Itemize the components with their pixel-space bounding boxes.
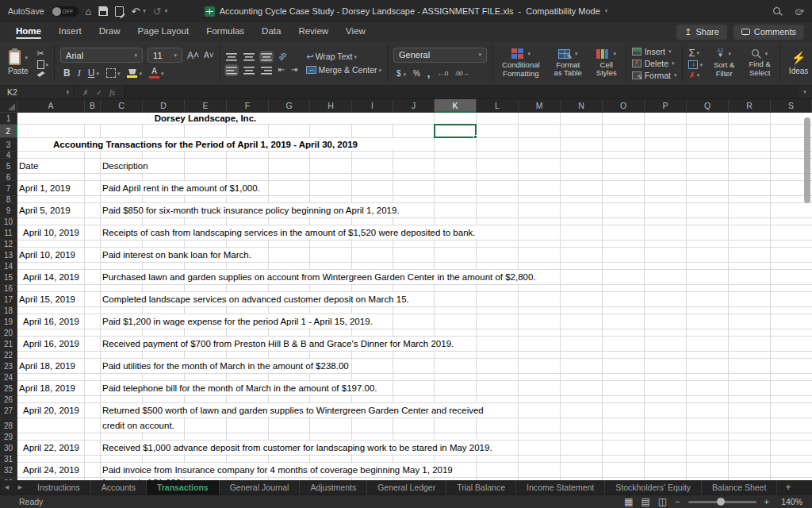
ribbon-tab-home[interactable]: Home xyxy=(8,24,49,40)
description-cell-C9[interactable]: Paid $850 for six-month truck insurance … xyxy=(101,203,402,217)
zoom-slider[interactable] xyxy=(688,501,756,503)
row-cells-24[interactable] xyxy=(17,374,812,381)
row-header-13[interactable]: 13 xyxy=(0,248,17,263)
date-cell-A32[interactable]: April 24, 2019 xyxy=(17,463,85,476)
column-header-B[interactable]: B xyxy=(85,99,101,113)
wrap-text-button[interactable]: ↩ Wrap Text ▾ xyxy=(306,52,381,61)
sheet-tab-accounts[interactable]: Accounts xyxy=(91,480,147,495)
date-cell-A19[interactable]: April 16, 2019 xyxy=(17,314,85,328)
row-cells-19[interactable]: April 16, 2019Paid $1,200 in wage expens… xyxy=(17,314,812,329)
align-top-icon[interactable] xyxy=(226,52,237,61)
name-box-spinner[interactable]: ▴▾ xyxy=(62,86,75,98)
row-cells-20[interactable] xyxy=(17,329,812,337)
sheet-tab-general-ledger[interactable]: General Ledger xyxy=(367,480,446,495)
date-cell-A25[interactable]: April 18, 2019 xyxy=(17,381,85,394)
row-header-23[interactable]: 23 xyxy=(0,359,17,374)
save-icon[interactable] xyxy=(98,6,108,16)
comma-style-button[interactable]: , xyxy=(427,67,431,79)
row-header-6[interactable]: 6 xyxy=(0,174,17,181)
row-cells-13[interactable]: April 10, 2019Paid interest on bank loan… xyxy=(17,248,812,263)
column-header-H[interactable]: H xyxy=(310,99,352,113)
column-header-S[interactable]: S xyxy=(771,99,812,113)
add-sheet-button[interactable]: + xyxy=(777,480,799,495)
orientation-icon[interactable]: ab xyxy=(277,51,288,62)
row-cells-29[interactable] xyxy=(17,433,812,441)
sheet-tab-adjustments[interactable]: Adjustments xyxy=(300,480,367,495)
description-cell-C27[interactable]: Returned $500 worth of lawn and garden s… xyxy=(101,403,486,417)
date-cell-A15[interactable]: April 14, 2019 xyxy=(17,270,85,283)
cancel-entry-icon[interactable]: ✗ xyxy=(82,88,89,97)
row-header-2[interactable]: 2 xyxy=(0,125,17,138)
selected-cell-k2[interactable] xyxy=(434,124,477,138)
date-cell-A17[interactable]: April 15, 2019 xyxy=(17,292,85,306)
ribbon-tab-data[interactable]: Data xyxy=(254,24,289,40)
formula-bar-expand-icon[interactable]: ▾ xyxy=(798,86,812,98)
vertical-scrollbar[interactable] xyxy=(804,117,810,203)
column-header-F[interactable]: F xyxy=(227,99,269,113)
currency-button[interactable]: $ ▾ xyxy=(396,69,406,78)
row-cells-5[interactable]: DateDescription xyxy=(17,159,812,174)
description-cell-C30[interactable]: Received $1,000 advance deposit from cus… xyxy=(101,441,495,454)
row-cells-3[interactable]: Accounting Transactions for the Period o… xyxy=(17,138,812,152)
row-header-20[interactable]: 20 xyxy=(0,329,17,337)
column-header-M[interactable]: M xyxy=(519,99,561,113)
row-header-7[interactable]: 7 xyxy=(0,181,17,196)
row-cells-26[interactable] xyxy=(17,396,812,403)
column-header-R[interactable]: R xyxy=(729,99,771,113)
autosum-button[interactable]: Σ▾ xyxy=(688,48,703,58)
row-cells-33[interactable]: for a total of $1,000 xyxy=(17,478,812,480)
insert-function-icon[interactable]: fx xyxy=(109,88,116,97)
description-cell-C5[interactable]: Description xyxy=(101,159,151,172)
row-header-22[interactable]: 22 xyxy=(0,352,17,359)
zoom-slider-thumb[interactable] xyxy=(717,498,725,506)
number-format-select[interactable]: General ▾ xyxy=(393,48,487,63)
column-header-K[interactable]: K xyxy=(435,99,477,113)
column-header-P[interactable]: P xyxy=(645,99,687,113)
sheet-nav-left-icon[interactable]: ◀ xyxy=(0,480,13,495)
clear-button[interactable]: ✗▾ xyxy=(688,71,703,79)
ideas-button[interactable]: ⚡ Ideas xyxy=(786,49,811,78)
description-cell-C33[interactable]: for a total of $1,000 xyxy=(101,478,183,480)
row-header-9[interactable]: 9 xyxy=(0,203,17,218)
date-cell-A23[interactable]: April 18, 2019 xyxy=(17,359,85,372)
row-header-24[interactable]: 24 xyxy=(0,374,17,381)
font-name-select[interactable]: Arial▾ xyxy=(60,48,143,63)
date-cell-A21[interactable]: April 16, 2019 xyxy=(17,337,85,350)
merge-center-button[interactable]: ↔ Merge & Center ▾ xyxy=(306,66,381,75)
column-header-E[interactable]: E xyxy=(185,99,227,113)
row-cells-8[interactable] xyxy=(17,196,812,203)
row-cells-28[interactable]: credit on account. xyxy=(17,418,812,433)
sheet-nav-right-icon[interactable]: ▶ xyxy=(13,480,27,495)
search-icon[interactable] xyxy=(773,7,782,16)
row-header-11[interactable]: 11 xyxy=(0,225,17,241)
page-layout-view-icon[interactable]: ▤ xyxy=(641,497,649,506)
undo-chevron-icon[interactable]: ▾ xyxy=(143,8,146,14)
row-header-28[interactable]: 28 xyxy=(0,418,17,433)
date-cell-A27[interactable]: April 20, 2019 xyxy=(17,403,85,417)
cell-styles-button[interactable]: ▾ CellStyles xyxy=(593,48,620,79)
row-cells-7[interactable]: April 1, 2019Paid April rent in the amou… xyxy=(17,181,812,196)
row-cells-10[interactable] xyxy=(17,218,812,225)
row-header-33[interactable]: 33 xyxy=(0,478,17,480)
row-cells-17[interactable]: April 15, 2019Completed landscape servic… xyxy=(17,292,812,307)
undo-icon[interactable]: ↶ xyxy=(131,6,140,17)
font-size-select[interactable]: 11▾ xyxy=(147,48,182,63)
delete-cells-button[interactable]: Delete▾ xyxy=(632,59,677,68)
date-cell-A30[interactable]: April 22, 2019 xyxy=(17,441,85,454)
align-right-icon[interactable] xyxy=(261,66,272,75)
description-cell-C13[interactable]: Paid interest on bank loan for March. xyxy=(101,248,254,261)
align-bottom-icon[interactable] xyxy=(261,52,272,61)
sheet-tab-balance-sheet[interactable]: Balance Sheet xyxy=(702,480,777,495)
formula-input[interactable] xyxy=(124,86,798,98)
date-cell-A9[interactable]: April 5, 2019 xyxy=(17,203,85,217)
row-cells-1[interactable]: Dorsey Landscape, Inc. xyxy=(17,113,812,125)
paste-button[interactable]: ▾ Paste xyxy=(5,48,32,78)
row-header-5[interactable]: 5 xyxy=(0,159,17,174)
row-cells-30[interactable]: April 22, 2019Received $1,000 advance de… xyxy=(17,441,812,456)
description-cell-C15[interactable]: Purchased lawn and garden supplies on ac… xyxy=(101,270,538,283)
column-header-D[interactable]: D xyxy=(143,99,185,113)
share-button[interactable]: ↥ Share xyxy=(676,25,727,40)
row-cells-31[interactable] xyxy=(17,456,812,463)
name-box[interactable]: K2 xyxy=(0,86,62,98)
description-cell-C7[interactable]: Paid April rent in the amount of $1,000. xyxy=(101,181,262,194)
